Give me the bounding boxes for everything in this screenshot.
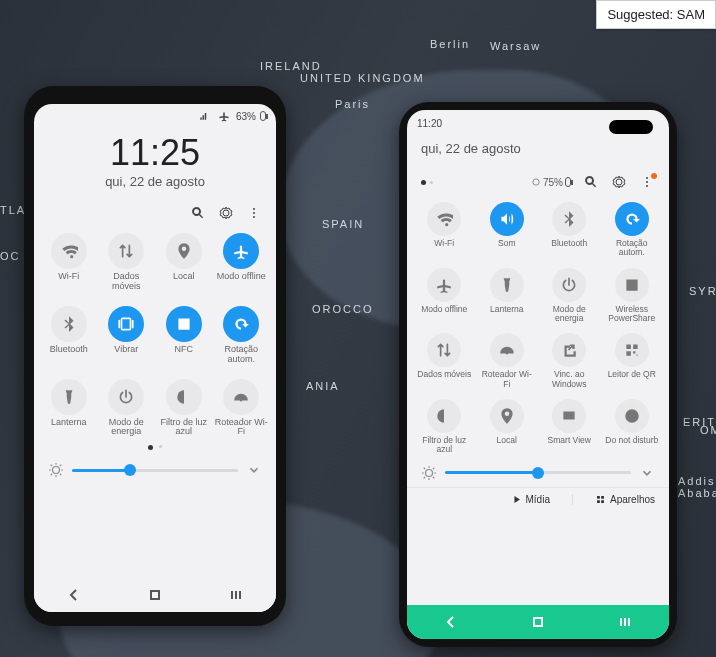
page-dot (159, 445, 162, 448)
battery-text: 63% (236, 111, 256, 122)
nav-home[interactable] (530, 614, 546, 630)
panel-tools: 75% (407, 168, 669, 198)
bluelight-icon (427, 399, 461, 433)
qs-tile-label: Local (497, 436, 517, 454)
qs-tile-hotspot[interactable]: Roteador Wi-Fi (476, 329, 539, 393)
phone-right: 11:20 qui, 22 de agosto 75% (399, 102, 677, 647)
menu-icon[interactable] (246, 205, 262, 221)
qs-tile-label: Modo de energia (542, 305, 596, 324)
chevron-down-icon[interactable] (246, 462, 262, 478)
qs-tile-nfc[interactable]: NFC (155, 302, 213, 369)
airplane-icon (223, 233, 259, 269)
page-dot-active (148, 445, 153, 450)
data-icon (427, 333, 461, 367)
wifi-icon (51, 233, 87, 269)
qs-tile-smartview[interactable]: Smart View (538, 395, 601, 459)
qs-tile-rotate[interactable]: Rotação autom. (213, 302, 271, 369)
qs-tile-label: Modo de energia (100, 418, 154, 438)
map-label: OROCCO (312, 303, 374, 315)
devices-button[interactable]: Aparelhos (595, 494, 655, 505)
nfc-icon (166, 306, 202, 342)
qs-tile-flashlight[interactable]: Lanterna (476, 264, 539, 328)
qs-tile-wifi[interactable]: Wi-Fi (40, 229, 98, 296)
chevron-down-icon[interactable] (639, 465, 655, 481)
menu-icon[interactable] (639, 174, 655, 190)
qs-tile-label: Filtro de luz azul (417, 436, 471, 455)
qs-tile-bluetooth[interactable]: Bluetooth (40, 302, 98, 369)
panel-tools (34, 199, 276, 229)
rotate-icon (615, 202, 649, 236)
nav-back[interactable] (443, 614, 459, 630)
brightness-thumb[interactable] (124, 464, 136, 476)
brightness-slider[interactable] (445, 471, 631, 474)
map-label: Berlin (430, 38, 470, 50)
qs-tile-power[interactable]: Modo de energia (98, 375, 156, 442)
quick-settings-grid: Wi-FiSomBluetoothRotação autom.Modo offl… (407, 198, 669, 459)
nav-home[interactable] (147, 587, 163, 603)
gear-icon[interactable] (611, 174, 627, 190)
search-icon[interactable] (583, 174, 599, 190)
battery-icon (565, 177, 571, 187)
clock: 11:25 (34, 132, 276, 174)
bluetooth-icon (51, 306, 87, 342)
qs-tile-label: Leitor de QR (608, 370, 656, 388)
qs-tile-bluetooth[interactable]: Bluetooth (538, 198, 601, 262)
location-icon (490, 399, 524, 433)
qs-tile-label: Bluetooth (551, 239, 587, 257)
qs-tile-label: Bluetooth (50, 345, 88, 363)
map-label: Paris (335, 98, 370, 110)
hotspot-icon (223, 379, 259, 415)
qs-tile-label: Filtro de luz azul (157, 418, 211, 438)
qs-tile-label: Vinc. ao Windows (542, 370, 596, 389)
qs-tile-location[interactable]: Local (476, 395, 539, 459)
data-icon (108, 233, 144, 269)
qs-tile-airplane[interactable]: Modo offline (413, 264, 476, 328)
qs-tile-bluelight[interactable]: Filtro de luz azul (155, 375, 213, 442)
qs-tile-power[interactable]: Modo de energia (538, 264, 601, 328)
wifi-icon (427, 202, 461, 236)
map-label: ANIA (306, 380, 340, 392)
qs-tile-dnd[interactable]: Do not disturb (601, 395, 664, 459)
airplane-icon (216, 108, 232, 124)
nav-recent[interactable] (228, 587, 244, 603)
airplane-icon (427, 268, 461, 302)
qs-tile-wifi[interactable]: Wi-Fi (413, 198, 476, 262)
qs-tile-rotate[interactable]: Rotação autom. (601, 198, 664, 262)
qs-tile-label: Lanterna (51, 418, 87, 436)
qs-tile-label: Local (173, 272, 195, 290)
brightness-slider[interactable] (72, 469, 238, 472)
nav-back[interactable] (66, 587, 82, 603)
brightness-thumb[interactable] (532, 467, 544, 479)
sun-icon (421, 465, 437, 481)
qs-tile-link[interactable]: Vinc. ao Windows (538, 329, 601, 393)
power-icon (108, 379, 144, 415)
map-label: SPAIN (322, 218, 364, 230)
gear-icon[interactable] (218, 205, 234, 221)
qs-tile-label: Roteador Wi-Fi (215, 418, 269, 438)
page-dot (430, 181, 433, 184)
search-icon[interactable] (190, 205, 206, 221)
qs-tile-hotspot[interactable]: Roteador Wi-Fi (213, 375, 271, 442)
bluetooth-icon (552, 202, 586, 236)
flashlight-icon (51, 379, 87, 415)
qs-tile-flashlight[interactable]: Lanterna (40, 375, 98, 442)
qs-tile-data[interactable]: Dados móveis (98, 229, 156, 296)
media-button[interactable]: Mídia (511, 494, 550, 505)
sound-icon (490, 202, 524, 236)
nav-recent[interactable] (617, 614, 633, 630)
qs-tile-location[interactable]: Local (155, 229, 213, 296)
qs-tile-label: Som (498, 239, 515, 257)
phone-left-screen: 63% 11:25 qui, 22 de agosto Wi-FiDados m… (34, 104, 276, 612)
qs-tile-sound[interactable]: Som (476, 198, 539, 262)
qs-tile-label: Rotação autom. (215, 345, 269, 365)
powershare-icon (615, 268, 649, 302)
qs-tile-data[interactable]: Dados móveis (413, 329, 476, 393)
qs-tile-airplane[interactable]: Modo offline (213, 229, 271, 296)
qs-tile-vibrate[interactable]: Vibrar (98, 302, 156, 369)
qs-tile-bluelight[interactable]: Filtro de luz azul (413, 395, 476, 459)
notification-dot (651, 173, 657, 179)
qs-tile-powershare[interactable]: Wireless PowerShare (601, 264, 664, 328)
brightness-slider-row (34, 456, 276, 484)
qs-tile-qr[interactable]: Leitor de QR (601, 329, 664, 393)
camera-cutout (609, 120, 653, 134)
